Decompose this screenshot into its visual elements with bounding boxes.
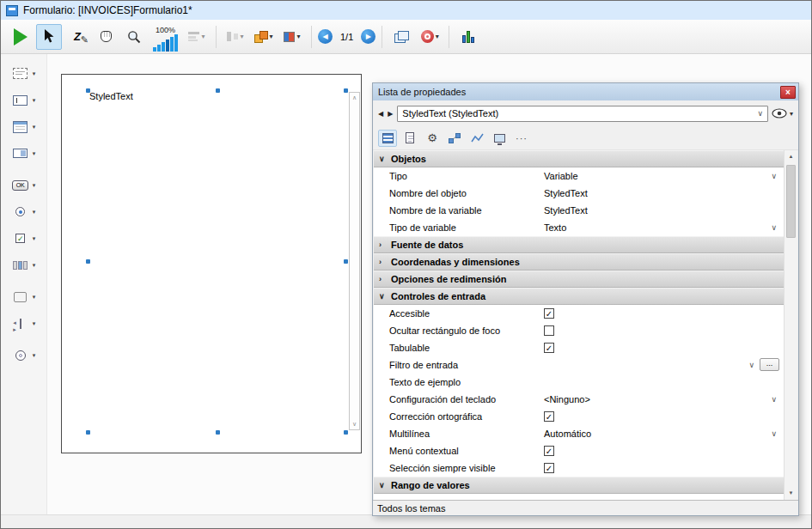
- close-button[interactable]: ×: [780, 86, 796, 99]
- chart-button[interactable]: [455, 24, 481, 50]
- panel-titlebar: Lista de propiedades ×: [373, 83, 798, 100]
- zoom-percent-label: 100%: [156, 26, 175, 34]
- run-form-button[interactable]: [8, 24, 34, 50]
- splitter-tool[interactable]: ▾: [12, 314, 36, 332]
- property-row-accesible: Accesible✓: [374, 305, 784, 322]
- ellipsis-button[interactable]: ...: [760, 358, 779, 371]
- entry-order-button[interactable]: Z✎: [64, 24, 90, 50]
- text-tool[interactable]: ▾: [12, 64, 36, 82]
- theme-more-button[interactable]: ···: [512, 130, 531, 147]
- chevron-down-icon: ▾: [33, 294, 36, 301]
- section-controles-de-entrada[interactable]: ∨Controles de entrada: [374, 288, 784, 305]
- property-value-text[interactable]: <Ninguno>: [544, 394, 590, 404]
- next-page-button[interactable]: ▶: [361, 29, 375, 44]
- property-value-text[interactable]: Variable: [544, 171, 578, 181]
- checked-checkbox[interactable]: ✓: [544, 308, 554, 319]
- property-value-text[interactable]: StyledText: [544, 188, 588, 198]
- selection-handle[interactable]: [344, 259, 348, 264]
- object-scrollbar[interactable]: ∧ ∨: [349, 92, 360, 430]
- visibility-filter-button[interactable]: ▾: [772, 108, 793, 119]
- section-coordenadas-y-dimensiones[interactable]: ›Coordenadas y dimensiones: [374, 253, 784, 271]
- previous-object-button[interactable]: ◀: [378, 110, 384, 118]
- panel-scrollbar[interactable]: ▲ ▼: [784, 150, 797, 500]
- checked-checkbox[interactable]: ✓: [544, 343, 554, 353]
- zoom-level-control[interactable]: 100%: [153, 22, 178, 52]
- delete-button[interactable]: ▾: [417, 24, 443, 50]
- property-value: StyledText: [540, 202, 784, 219]
- selection-handle[interactable]: [86, 88, 90, 93]
- section-label: Rango de valores: [391, 480, 470, 490]
- checkbox-tool[interactable]: ✓▾: [12, 229, 36, 247]
- grid-options-button[interactable]: ▾: [279, 24, 305, 50]
- checked-checkbox[interactable]: ✓: [544, 411, 554, 422]
- property-value: [540, 374, 784, 391]
- display-options-button[interactable]: ▾: [184, 24, 210, 50]
- theme-display-button[interactable]: [490, 130, 509, 147]
- property-value-text[interactable]: Texto: [544, 222, 566, 233]
- property-label: Nombre de la variable: [374, 205, 540, 216]
- object-selector-combobox[interactable]: StyledText (StyledText) ∨: [397, 106, 768, 122]
- align-objects-button[interactable]: ▾: [223, 24, 248, 50]
- scrollbar-up-icon[interactable]: ▲: [785, 150, 797, 163]
- dropdown-chevron-icon[interactable]: ∨: [771, 223, 777, 232]
- chevron-down-icon: ▾: [33, 352, 36, 359]
- chevron-down-icon: ▾: [33, 97, 36, 104]
- button-grid-tool[interactable]: ▾: [12, 256, 36, 274]
- section-fuente-de-datos[interactable]: ›Fuente de datos: [374, 236, 784, 253]
- scroll-down-icon[interactable]: ∨: [350, 421, 359, 428]
- theme-events-button[interactable]: [445, 130, 464, 147]
- dropdown-chevron-icon[interactable]: ∨: [771, 172, 777, 180]
- object-palette: ▾ ▾ ▾ ▾ OK▾ ▾ ✓▾ ▾ ▾ ▾ ▾: [1, 54, 47, 514]
- selection-handle[interactable]: [216, 430, 220, 435]
- property-value: ✓: [540, 339, 784, 356]
- theme-settings-button[interactable]: ⚙: [423, 130, 442, 147]
- section-objetos[interactable]: ∨Objetos: [374, 150, 784, 167]
- pointer-tool-button[interactable]: [36, 24, 62, 50]
- bottom-scroll-track[interactable]: [1, 514, 811, 528]
- combobox-tool[interactable]: ▾: [12, 144, 36, 162]
- selection-handle[interactable]: [86, 430, 90, 435]
- input-field-tool[interactable]: ▾: [12, 91, 36, 109]
- selection-handle[interactable]: [216, 88, 220, 93]
- property-value-text[interactable]: Automático: [544, 429, 591, 439]
- checked-checkbox[interactable]: ✓: [544, 463, 554, 473]
- curve-icon: [471, 133, 484, 143]
- previous-page-button[interactable]: ◀: [318, 29, 333, 44]
- groupbox-tool[interactable]: ▾: [12, 288, 36, 306]
- play-icon: [14, 28, 27, 46]
- property-value-text[interactable]: StyledText: [544, 205, 588, 216]
- scrollbar-down-icon[interactable]: ▼: [785, 487, 797, 500]
- listbox-tool[interactable]: ▾: [12, 118, 36, 136]
- scrollbar-thumb[interactable]: [786, 165, 796, 238]
- radio-button-tool[interactable]: ▾: [12, 203, 36, 221]
- dropdown-chevron-icon[interactable]: ∨: [748, 361, 754, 369]
- manage-levels-button[interactable]: ▾: [251, 24, 277, 50]
- dropdown-chevron-icon[interactable]: ∨: [771, 395, 777, 404]
- checkbox-icon: ✓: [15, 234, 25, 243]
- selection-handle[interactable]: [86, 259, 90, 264]
- windows-button[interactable]: [388, 24, 414, 50]
- property-row-tipo-de-variable: Tipo de variableTexto∨: [374, 219, 784, 236]
- form-page[interactable]: StyledText ∧ ∨: [61, 74, 362, 453]
- scroll-up-icon[interactable]: ∧: [350, 94, 359, 101]
- pointer-icon: [44, 29, 55, 44]
- checked-checkbox[interactable]: ✓: [544, 446, 554, 456]
- section-opciones-de-redimensi-n[interactable]: ›Opciones de redimensión: [374, 271, 784, 288]
- section-rango-de-valores[interactable]: ∨Rango de valores: [374, 477, 784, 494]
- dropdown-chevron-icon[interactable]: ∨: [771, 429, 777, 438]
- theme-page-button[interactable]: [400, 130, 419, 147]
- pan-tool-button[interactable]: [93, 24, 119, 50]
- selection-handle[interactable]: [344, 430, 348, 435]
- unchecked-checkbox[interactable]: [544, 325, 554, 336]
- property-label: Filtro de entrada: [374, 360, 540, 370]
- plugin-area-icon: [15, 350, 26, 361]
- zoom-tool-button[interactable]: [121, 24, 147, 50]
- button-tool[interactable]: OK▾: [12, 176, 36, 194]
- selection-handle[interactable]: [344, 88, 348, 93]
- property-value: ✓: [540, 442, 784, 459]
- next-object-button[interactable]: ▶: [388, 110, 394, 118]
- theme-list-button[interactable]: [378, 130, 397, 147]
- theme-chart-button[interactable]: [467, 130, 486, 147]
- styledtext-object-label[interactable]: StyledText: [89, 91, 133, 101]
- plugin-area-tool[interactable]: ▾: [12, 346, 36, 364]
